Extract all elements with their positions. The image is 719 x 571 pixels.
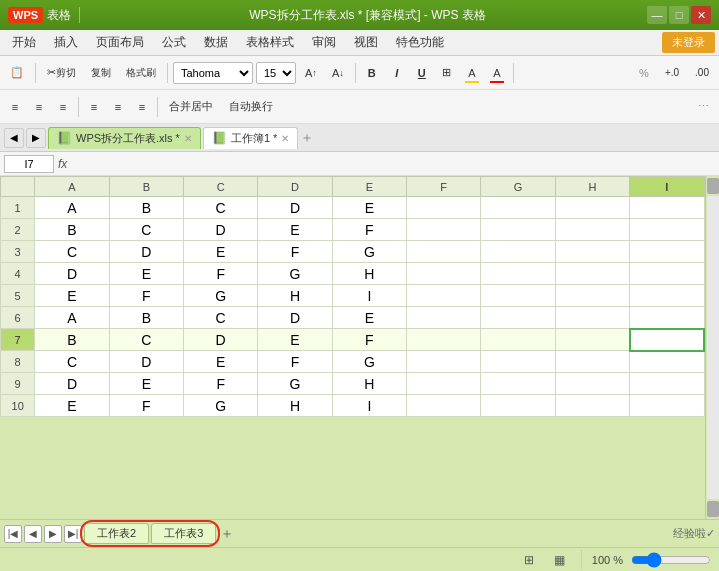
list-item[interactable] [630, 285, 704, 307]
italic-button[interactable]: I [386, 60, 408, 86]
list-item[interactable] [481, 395, 555, 417]
list-item[interactable]: F [109, 395, 183, 417]
tab-back-button[interactable]: ◀ [4, 128, 24, 148]
list-item[interactable] [481, 263, 555, 285]
font-size-inc-button[interactable]: A↑ [299, 60, 323, 86]
list-item[interactable] [407, 263, 481, 285]
border-button[interactable]: ⊞ [436, 60, 458, 86]
list-item[interactable] [407, 285, 481, 307]
list-item[interactable] [630, 197, 704, 219]
tab-fwd-button[interactable]: ▶ [26, 128, 46, 148]
list-item[interactable]: E [35, 285, 109, 307]
toolbar-more-btn[interactable]: % [633, 60, 655, 86]
close-button[interactable]: ✕ [691, 6, 711, 24]
list-item[interactable] [481, 285, 555, 307]
list-item[interactable] [407, 373, 481, 395]
list-item[interactable]: D [258, 197, 332, 219]
list-item[interactable] [630, 395, 704, 417]
copy-button[interactable]: 复制 [85, 60, 117, 86]
merge-center-button[interactable]: 合并居中 [162, 94, 220, 120]
sheet-first-button[interactable]: |◀ [4, 525, 22, 543]
list-item[interactable] [481, 219, 555, 241]
list-item[interactable]: D [184, 329, 258, 351]
list-item[interactable] [555, 329, 629, 351]
sheet-tab-2[interactable]: 工作表2 [84, 523, 149, 544]
sheet-tab-3[interactable]: 工作表3 [151, 523, 216, 544]
list-item[interactable]: F [184, 373, 258, 395]
fill-color-button[interactable]: A [461, 60, 483, 86]
list-item[interactable]: D [109, 241, 183, 263]
list-item[interactable]: E [109, 373, 183, 395]
align-left-button[interactable]: ≡ [83, 94, 105, 120]
list-item[interactable] [481, 329, 555, 351]
align-top-center-button[interactable]: ≡ [28, 94, 50, 120]
list-item[interactable] [630, 241, 704, 263]
col-header-b[interactable]: B [109, 177, 183, 197]
list-item[interactable]: F [109, 285, 183, 307]
font-size-select[interactable]: 15 [256, 62, 296, 84]
file-tab-close2[interactable]: ✕ [281, 133, 289, 144]
col-header-d[interactable]: D [258, 177, 332, 197]
list-item[interactable]: G [332, 241, 406, 263]
sheet-next-button[interactable]: ▶ [44, 525, 62, 543]
list-item[interactable]: D [109, 351, 183, 373]
list-item[interactable] [407, 395, 481, 417]
align-right-button[interactable]: ≡ [131, 94, 153, 120]
file-tab-workbook[interactable]: 📗 工作簿1 * ✕ [203, 127, 298, 149]
list-item[interactable]: G [258, 263, 332, 285]
list-item[interactable]: H [258, 285, 332, 307]
underline-button[interactable]: U [411, 60, 433, 86]
toolbar-number-btn[interactable]: +.0 [659, 60, 685, 86]
list-item[interactable] [630, 263, 704, 285]
list-item[interactable]: H [258, 395, 332, 417]
list-item[interactable]: F [258, 351, 332, 373]
list-item[interactable]: C [35, 241, 109, 263]
list-item[interactable]: G [184, 285, 258, 307]
list-item[interactable]: I [332, 395, 406, 417]
list-item[interactable]: E [332, 307, 406, 329]
list-item[interactable] [630, 307, 704, 329]
list-item[interactable] [555, 307, 629, 329]
list-item[interactable] [555, 285, 629, 307]
list-item[interactable] [481, 197, 555, 219]
list-item[interactable]: F [332, 219, 406, 241]
font-color-button[interactable]: A [486, 60, 508, 86]
paste-button[interactable]: 📋 [4, 60, 30, 86]
restore-button[interactable]: □ [669, 6, 689, 24]
list-item[interactable]: D [35, 263, 109, 285]
list-item[interactable]: E [109, 263, 183, 285]
list-item[interactable]: H [332, 263, 406, 285]
list-item[interactable] [407, 197, 481, 219]
list-item[interactable] [407, 351, 481, 373]
list-item[interactable] [630, 219, 704, 241]
login-button[interactable]: 未登录 [662, 32, 715, 53]
list-item[interactable]: E [184, 241, 258, 263]
view-page-button[interactable]: ▦ [548, 547, 571, 572]
align-top-left-button[interactable]: ≡ [4, 94, 26, 120]
col-header-g[interactable]: G [481, 177, 555, 197]
list-item[interactable]: B [35, 219, 109, 241]
list-item[interactable] [555, 219, 629, 241]
cut-button[interactable]: ✂ 剪切 [41, 60, 82, 86]
list-item[interactable] [481, 241, 555, 263]
col-header-e[interactable]: E [332, 177, 406, 197]
list-item[interactable] [481, 373, 555, 395]
list-item[interactable]: E [332, 197, 406, 219]
vertical-scrollbar[interactable] [705, 176, 719, 519]
menu-review[interactable]: 审阅 [304, 31, 344, 54]
list-item[interactable]: G [258, 373, 332, 395]
col-header-f[interactable]: F [407, 177, 481, 197]
list-item[interactable]: F [332, 329, 406, 351]
format-painter-button[interactable]: 格式刷 [120, 60, 162, 86]
menu-formula[interactable]: 公式 [154, 31, 194, 54]
menu-data[interactable]: 数据 [196, 31, 236, 54]
col-header-i[interactable]: I [630, 177, 704, 197]
file-tab-wps[interactable]: 📗 WPS拆分工作表.xls * ✕ [48, 127, 201, 149]
zoom-slider[interactable] [631, 552, 711, 568]
menu-insert[interactable]: 插入 [46, 31, 86, 54]
align-center-button[interactable]: ≡ [107, 94, 129, 120]
font-size-dec-button[interactable]: A↓ [326, 60, 350, 86]
list-item[interactable]: F [258, 241, 332, 263]
menu-view[interactable]: 视图 [346, 31, 386, 54]
col-header-a[interactable]: A [35, 177, 109, 197]
